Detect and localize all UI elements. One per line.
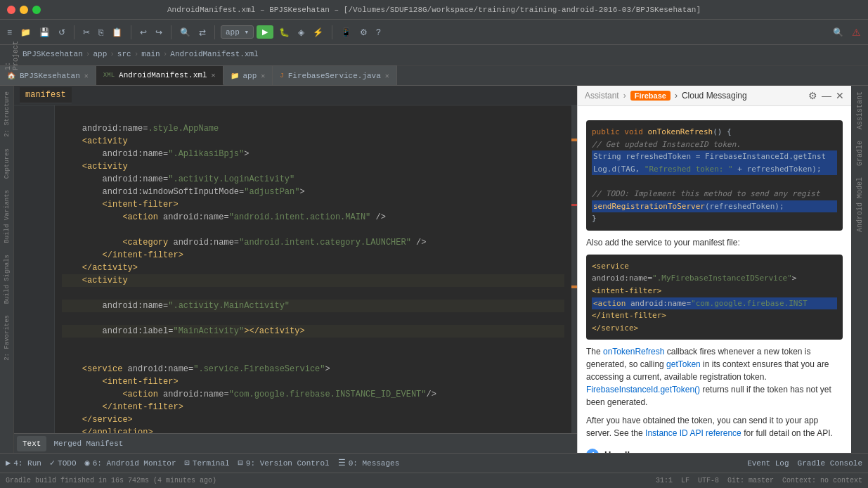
link-getToken[interactable]: getToken [666,359,701,369]
settings-btn[interactable]: ⚠ [849,25,864,39]
messages-btn[interactable]: ☰ 0: Messages [338,458,400,468]
assistant-minimize-btn[interactable]: — [822,90,831,101]
tab-close-btn[interactable]: ✕ [84,72,89,80]
maximize-button[interactable] [32,6,41,14]
folder-icon: 📁 [231,72,239,80]
title-bar: AndroidManifest.xml – BPJSKesehatan – [/… [0,0,868,20]
build-signals-label[interactable]: Build Signals [2,249,12,309]
run-button[interactable]: ▶ [257,25,273,39]
close-button[interactable] [7,6,15,14]
gradle-sidebar-label[interactable]: Gradle [853,135,867,172]
terminal-icon: ⊡ [185,458,190,468]
build-message[interactable]: Gradle build finished in 16s 742ms (4 mi… [6,477,216,484]
toolbar: ≡ 📁 💾 ↺ ✂ ⎘ 📋 ↩ ↪ 🔍 ⇄ app ▾ ▶ 🐛 ◈ ⚡ 📱 ⚙ … [0,20,868,45]
toolbar-redo-btn[interactable]: ↪ [153,26,165,39]
terminal-btn[interactable]: ⊡ Terminal [185,458,230,468]
tab-label: app [243,72,257,80]
assistant-content[interactable]: public void onTokenRefresh() { // Get up… [578,106,851,453]
minimize-button[interactable] [20,6,28,14]
coverage-button[interactable]: ◈ [295,26,307,39]
search-everywhere-btn[interactable]: 🔍 [830,26,846,39]
tab-androidmanifest[interactable]: XML AndroidManifest.xml ✕ [96,65,224,85]
build-variants-label[interactable]: Build Variants [2,184,12,249]
toolbar-replace-btn[interactable]: ⇄ [196,26,209,39]
debug-button[interactable]: 🐛 [276,26,292,39]
encoding[interactable]: UTF-8 [698,477,719,484]
line-numbers [27,105,55,433]
tab-app[interactable]: 📁 app ✕ [224,65,273,85]
java-icon: J [280,72,283,79]
help-button[interactable]: ? [373,26,384,39]
context-info[interactable]: Context: no context [782,477,862,484]
code-content[interactable]: android:name=.style.AppName <activity an… [55,105,571,433]
avd-button[interactable]: 📱 [338,26,354,39]
structure-panel-label[interactable]: 2: Structure [2,86,12,143]
xml-icon: XML [103,72,115,79]
toolbar-cut-btn[interactable]: ✂ [80,26,93,39]
assistant-close-btn[interactable]: ✕ [836,90,844,101]
tab-text[interactable]: Text [17,436,46,451]
vc-icon: ⊟ [238,458,243,468]
tab-label: FirebaseService.java [288,72,381,80]
assistant-actions: ⚙ — ✕ [808,90,844,101]
android-model-sidebar-label[interactable]: Android Model [853,172,867,238]
code-editor[interactable]: android:name=.style.AppName <activity an… [14,105,577,433]
assistant-label: Assistant [585,91,619,101]
tab-close-btn[interactable]: ✕ [261,72,265,80]
traffic-lights [7,6,41,14]
toolbar-sep-3 [171,25,171,39]
breadcrumb: BPJSKesehatan › app › src › main › Andro… [17,45,264,63]
toolbar-sync-btn[interactable]: ↺ [56,26,68,39]
monitor-label: 6: Android Monitor [93,459,176,468]
toolbar-menu-btn[interactable]: ≡ [4,26,15,39]
project-tab[interactable]: 1: Project [3,39,21,72]
todo-label: TODO [58,459,76,468]
tab-close-btn[interactable]: ✕ [385,72,389,80]
right-sidebar: Assistant Gradle Android Model [851,86,868,453]
run-icon: ▶ [6,458,11,468]
toolbar-save-btn[interactable]: 💾 [37,26,53,39]
toolbar-sep-1 [74,25,75,39]
breadcrumb-root[interactable]: BPJSKesehatan [22,50,83,58]
breadcrumb-src[interactable]: src [117,50,131,58]
assistant-subtitle: Cloud Messaging [682,91,747,101]
cursor-position[interactable]: 31:1 [656,477,673,484]
todo-panel-btn[interactable]: ✓ TODO [50,458,77,468]
favorites-label[interactable]: 2: Favorites [2,309,12,366]
assistant-settings-btn[interactable]: ⚙ [808,90,817,101]
toolbar-copy-btn[interactable]: ⎘ [96,26,106,39]
monitor-icon: ◉ [84,458,89,468]
scroll-marker-warning2 [571,285,577,288]
assistant-sidebar-label[interactable]: Assistant [853,86,867,135]
captures-panel-label[interactable]: Captures [2,143,12,184]
sdk-button[interactable]: ⚙ [357,26,370,39]
toolbar-open-btn[interactable]: 📁 [18,26,34,39]
link-instance-id-api[interactable]: Instance ID API reference [645,428,741,438]
tab-merged-manifest[interactable]: Merged Manifest [48,436,129,451]
git-branch[interactable]: Git: master [727,477,774,484]
toolbar-find-btn[interactable]: 🔍 [177,26,193,39]
link-onTokenRefresh[interactable]: onTokenRefresh [603,347,664,357]
toolbar-paste-btn[interactable]: 📋 [109,26,125,39]
run-label: 4: Run [13,459,41,468]
gradle-console-btn[interactable]: Gradle Console [798,459,862,468]
breadcrumb-app[interactable]: app [93,50,107,58]
event-log-btn[interactable]: Event Log [747,459,789,468]
breadcrumb-file[interactable]: AndroidManifest.xml [170,50,258,58]
manifest-label: manifest [20,87,72,103]
android-monitor-btn[interactable]: ◉ 6: Android Monitor [84,458,176,468]
line-ending[interactable]: LF [681,477,689,484]
breadcrumb-main[interactable]: main [141,50,160,58]
version-control-btn[interactable]: ⊟ 9: Version Control [238,458,330,468]
code-block-2: <service android:name=".MyFirebaseInstan… [586,255,843,340]
assistant-panel: Assistant › Firebase › Cloud Messaging ⚙… [577,86,851,453]
toolbar-sep-2 [131,25,131,39]
run-config-selector[interactable]: app ▾ [221,25,254,39]
profile-button[interactable]: ⚡ [310,26,326,39]
tab-close-btn[interactable]: ✕ [211,71,215,79]
toolbar-undo-btn[interactable]: ↩ [137,26,150,39]
scroll-markers [571,105,577,433]
run-panel-btn[interactable]: ▶ 4: Run [6,458,41,468]
link-getTokenMethod[interactable]: FirebaseInstanceId.getToken() [586,385,700,394]
tab-firebaseservice[interactable]: J FirebaseService.java ✕ [273,65,396,85]
